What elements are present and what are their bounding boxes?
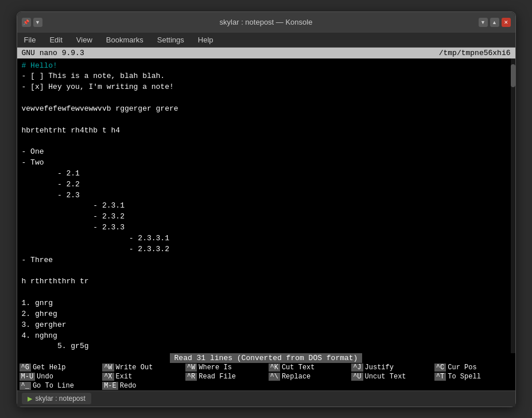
minimize-btn[interactable]: ▼	[479, 18, 488, 27]
editor-line-20	[22, 266, 511, 277]
shortcut-label-exit: Exit	[116, 373, 133, 381]
shortcut-key-justify: ^J	[351, 364, 363, 372]
close-button[interactable]: ✕	[502, 18, 511, 27]
shortcut-label-undo: Undo	[37, 373, 53, 381]
shortcut-key-exit: ^X	[102, 373, 114, 381]
shortcut-cut-text[interactable]: ^K Cut Text	[266, 363, 350, 372]
status-message: Read 31 lines (Converted from DOS format…	[170, 353, 363, 363]
menu-file[interactable]: File	[22, 34, 38, 45]
shortcut-key-redo: M-E	[102, 382, 118, 390]
shortcut-redo[interactable]: M-E Redo	[100, 381, 183, 390]
shortcut-label-gethelp: Get Help	[33, 364, 66, 372]
shortcut-key-tospell: ^T	[434, 373, 446, 381]
editor-line-5: vewvefefewfewvewwvvb rggerger grere	[22, 104, 511, 115]
shortcut-bar-1: ^G Get Help ^W Write Out ^W Where Is ^K …	[17, 363, 515, 372]
editor-line-27: 5. gr5g	[22, 341, 511, 352]
editor-line-21: h rthrththrh tr	[22, 276, 511, 287]
scrollbar[interactable]	[511, 58, 515, 353]
editor-line-28: 6. ghregher5	[22, 352, 511, 353]
tab-label: skylar : notepost	[36, 394, 86, 403]
konsole-window: 📌 ▼ skylar : notepost — Konsole ▼ ▲ ✕ Fi…	[17, 11, 516, 407]
shortcut-write-out[interactable]: ^W Write Out	[100, 363, 183, 372]
shortcut-replace[interactable]: ^\ Replace	[266, 372, 350, 381]
shortcut-label-justify: Justify	[365, 364, 394, 372]
shortcut-goto-line[interactable]: ^_ Go To Line	[17, 381, 100, 390]
editor-line-2: - [ ] This is a note, blah blah.	[22, 71, 511, 82]
editor-line-16: - 2.3.3	[22, 222, 511, 233]
editor-line-4	[22, 93, 511, 104]
editor-line-8	[22, 136, 511, 147]
pin-button[interactable]: 📌	[22, 18, 31, 27]
shortcut-bar-2: M-U Undo ^X Exit ^R Read File ^\ Replace…	[17, 372, 515, 381]
shortcut-key-undo: M-U	[20, 373, 36, 381]
editor-line-7: hbrtehtrht rh4thb t h4	[22, 126, 511, 136]
editor-line-14: - 2.3.1	[22, 201, 511, 212]
editor-line-15: - 2.3.2	[22, 212, 511, 222]
menu-help[interactable]: Help	[196, 34, 216, 45]
status-bar: Read 31 lines (Converted from DOS format…	[17, 353, 515, 363]
shortcut-to-spell[interactable]: ^T To Spell	[432, 372, 515, 381]
menu-view[interactable]: View	[74, 34, 95, 45]
shortcut-key-curpos: ^C	[434, 364, 446, 372]
editor-wrapper: # Hello! - [ ] This is a note, blah blah…	[17, 58, 515, 353]
shortcut-exit[interactable]: ^X Exit	[100, 372, 183, 381]
editor-line-13: - 2.3	[22, 190, 511, 201]
editor-line-6	[22, 115, 511, 126]
shortcut-key-gethelp: ^G	[20, 364, 31, 372]
shortcut-label-gotoline: Go To Line	[33, 382, 74, 390]
shortcut-key-uncuttext: ^U	[351, 373, 363, 381]
minimize-button[interactable]: ▼	[33, 18, 42, 27]
shortcut-label-readfile: Read File	[199, 373, 236, 381]
menubar: File Edit View Bookmarks Settings Help	[17, 33, 515, 48]
window-title: skylar : notepost — Konsole	[220, 18, 313, 26]
editor-line-1: # Hello!	[22, 61, 511, 72]
shortcut-key-replace: ^\	[269, 373, 280, 381]
shortcut-where-is[interactable]: ^W Where Is	[183, 363, 266, 372]
shortcut-read-file[interactable]: ^R Read File	[183, 372, 266, 381]
editor-line-23: 1. gnrg	[22, 298, 511, 309]
shortcut-cur-pos[interactable]: ^C Cur Pos	[432, 363, 515, 372]
titlebar-buttons: 📌 ▼	[22, 18, 42, 27]
maximize-btn[interactable]: ▲	[490, 18, 499, 27]
menu-settings[interactable]: Settings	[155, 34, 187, 45]
tab-icon: ▶	[28, 395, 32, 403]
shortcut-key-writeout: ^W	[102, 364, 114, 372]
editor-line-9: - One	[22, 147, 511, 158]
titlebar: 📌 ▼ skylar : notepost — Konsole ▼ ▲ ✕	[17, 12, 515, 33]
terminal-area: GNU nano 9.9.3 /tmp/tmpne56xhi6 # Hello!…	[17, 48, 515, 390]
scrollbar-thumb[interactable]	[511, 64, 515, 87]
nano-header: GNU nano 9.9.3 /tmp/tmpne56xhi6	[17, 48, 515, 58]
shortcut-justify[interactable]: ^J Justify	[349, 363, 432, 372]
shortcut-label-writeout: Write Out	[116, 364, 153, 372]
shortcut-label-tospell: To Spell	[448, 373, 481, 381]
editor-line-22	[22, 287, 511, 298]
shortcut-label-replace: Replace	[282, 373, 310, 381]
editor-line-24: 2. ghreg	[22, 309, 511, 320]
shortcut-undo[interactable]: M-U Undo	[17, 372, 100, 381]
shortcut-label-redo: Redo	[120, 382, 137, 390]
editor-line-19: - Three	[22, 255, 511, 266]
editor-main[interactable]: # Hello! - [ ] This is a note, blah blah…	[17, 58, 515, 353]
shortcut-uncut-text[interactable]: ^U Uncut Text	[349, 372, 432, 381]
menu-edit[interactable]: Edit	[47, 34, 64, 45]
editor-line-17: - 2.3.3.1	[22, 233, 511, 244]
editor-line-26: 4. nghng	[22, 331, 511, 342]
shortcut-label-cuttext: Cut Text	[282, 364, 315, 372]
shortcut-get-help[interactable]: ^G Get Help	[17, 363, 100, 372]
editor-line-10: - Two	[22, 158, 511, 169]
shortcut-label-curpos: Cur Pos	[448, 364, 476, 372]
menu-bookmarks[interactable]: Bookmarks	[104, 34, 146, 45]
editor-line-11: - 2.1	[22, 169, 511, 179]
shortcut-label-whereis: Where Is	[199, 364, 232, 372]
nano-header-right: /tmp/tmpne56xhi6	[439, 49, 511, 57]
shortcut-key-cuttext: ^K	[269, 364, 280, 372]
editor-content[interactable]: # Hello! - [ ] This is a note, blah blah…	[17, 58, 515, 353]
editor-line-18: - 2.3.3.2	[22, 244, 511, 255]
editor-line-25: 3. gergher	[22, 320, 511, 331]
tab-bar: ▶ skylar : notepost	[17, 390, 515, 407]
shortcut-key-gotoline: ^_	[20, 382, 31, 390]
shortcut-bar-3: ^_ Go To Line M-E Redo	[17, 381, 515, 390]
shortcut-key-whereis: ^W	[185, 364, 197, 372]
tab-notepost[interactable]: ▶ skylar : notepost	[22, 393, 91, 404]
nano-header-left: GNU nano 9.9.3	[22, 49, 84, 57]
